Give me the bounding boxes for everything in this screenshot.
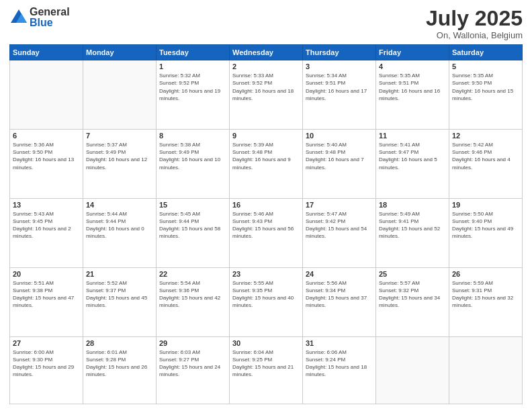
calendar-cell: 28Sunrise: 6:01 AM Sunset: 9:28 PM Dayli… bbox=[83, 336, 157, 404]
calendar-week-row: 6Sunrise: 5:36 AM Sunset: 9:50 PM Daylig… bbox=[10, 130, 523, 199]
calendar-cell: 7Sunrise: 5:37 AM Sunset: 9:49 PM Daylig… bbox=[83, 130, 157, 199]
calendar-cell: 27Sunrise: 6:00 AM Sunset: 9:30 PM Dayli… bbox=[10, 336, 83, 404]
day-info: Sunrise: 6:04 AM Sunset: 9:25 PM Dayligh… bbox=[232, 349, 300, 379]
day-info: Sunrise: 5:56 AM Sunset: 9:34 PM Dayligh… bbox=[306, 279, 373, 310]
day-number: 15 bbox=[159, 201, 226, 209]
day-number: 3 bbox=[306, 62, 373, 71]
calendar-cell: 4Sunrise: 5:35 AM Sunset: 9:51 PM Daylig… bbox=[376, 60, 449, 130]
day-info: Sunrise: 5:59 AM Sunset: 9:31 PM Dayligh… bbox=[452, 279, 519, 310]
calendar-cell: 30Sunrise: 6:04 AM Sunset: 9:25 PM Dayli… bbox=[230, 336, 303, 404]
day-info: Sunrise: 5:45 AM Sunset: 9:44 PM Dayligh… bbox=[159, 210, 226, 240]
day-number: 31 bbox=[306, 339, 373, 347]
day-info: Sunrise: 5:57 AM Sunset: 9:32 PM Dayligh… bbox=[379, 279, 446, 310]
day-info: Sunrise: 5:55 AM Sunset: 9:35 PM Dayligh… bbox=[232, 279, 300, 310]
logo-general: General bbox=[30, 7, 70, 17]
day-of-week-header: Friday bbox=[376, 45, 449, 60]
day-info: Sunrise: 5:54 AM Sunset: 9:36 PM Dayligh… bbox=[159, 279, 226, 310]
location: On, Wallonia, Belgium bbox=[426, 30, 523, 40]
day-number: 27 bbox=[13, 339, 80, 347]
calendar-cell bbox=[10, 60, 83, 130]
day-number: 28 bbox=[86, 339, 153, 347]
day-of-week-header: Wednesday bbox=[230, 45, 303, 60]
day-info: Sunrise: 5:46 AM Sunset: 9:43 PM Dayligh… bbox=[232, 210, 300, 240]
calendar-week-row: 20Sunrise: 5:51 AM Sunset: 9:38 PM Dayli… bbox=[10, 267, 523, 336]
title-block: July 2025 On, Wallonia, Belgium bbox=[426, 7, 523, 40]
calendar-cell: 5Sunrise: 5:35 AM Sunset: 9:50 PM Daylig… bbox=[449, 60, 523, 130]
day-number: 29 bbox=[159, 339, 226, 347]
day-of-week-header: Thursday bbox=[303, 45, 376, 60]
day-info: Sunrise: 5:50 AM Sunset: 9:40 PM Dayligh… bbox=[452, 210, 519, 240]
day-number: 30 bbox=[232, 339, 300, 347]
day-info: Sunrise: 5:44 AM Sunset: 9:44 PM Dayligh… bbox=[86, 210, 153, 240]
logo-icon bbox=[9, 8, 28, 27]
day-number: 11 bbox=[379, 132, 446, 140]
calendar-cell: 15Sunrise: 5:45 AM Sunset: 9:44 PM Dayli… bbox=[157, 198, 230, 267]
header: General Blue July 2025 On, Wallonia, Bel… bbox=[9, 7, 523, 40]
calendar-cell: 14Sunrise: 5:44 AM Sunset: 9:44 PM Dayli… bbox=[83, 198, 157, 267]
day-info: Sunrise: 5:47 AM Sunset: 9:42 PM Dayligh… bbox=[306, 210, 373, 240]
day-info: Sunrise: 5:41 AM Sunset: 9:47 PM Dayligh… bbox=[379, 141, 446, 171]
calendar-week-row: 13Sunrise: 5:43 AM Sunset: 9:45 PM Dayli… bbox=[10, 198, 523, 267]
day-of-week-header: Saturday bbox=[449, 45, 523, 60]
calendar-cell: 26Sunrise: 5:59 AM Sunset: 9:31 PM Dayli… bbox=[449, 267, 523, 336]
calendar-cell bbox=[83, 60, 157, 130]
calendar-cell: 11Sunrise: 5:41 AM Sunset: 9:47 PM Dayli… bbox=[376, 130, 449, 199]
day-number: 19 bbox=[452, 201, 519, 209]
day-number: 2 bbox=[232, 62, 300, 71]
day-info: Sunrise: 5:34 AM Sunset: 9:51 PM Dayligh… bbox=[306, 72, 373, 102]
calendar-cell: 6Sunrise: 5:36 AM Sunset: 9:50 PM Daylig… bbox=[10, 130, 83, 199]
day-info: Sunrise: 6:01 AM Sunset: 9:28 PM Dayligh… bbox=[86, 349, 153, 379]
calendar-body: 1Sunrise: 5:32 AM Sunset: 9:52 PM Daylig… bbox=[10, 60, 523, 404]
calendar-cell: 3Sunrise: 5:34 AM Sunset: 9:51 PM Daylig… bbox=[303, 60, 376, 130]
day-info: Sunrise: 6:03 AM Sunset: 9:27 PM Dayligh… bbox=[159, 349, 226, 379]
day-number: 14 bbox=[86, 201, 153, 209]
calendar-cell: 23Sunrise: 5:55 AM Sunset: 9:35 PM Dayli… bbox=[230, 267, 303, 336]
day-number: 16 bbox=[232, 201, 300, 209]
calendar-cell: 10Sunrise: 5:40 AM Sunset: 9:48 PM Dayli… bbox=[303, 130, 376, 199]
month-title: July 2025 bbox=[426, 7, 523, 30]
day-number: 1 bbox=[159, 62, 226, 71]
day-number: 18 bbox=[379, 201, 446, 209]
page: General Blue July 2025 On, Wallonia, Bel… bbox=[0, 0, 532, 411]
logo-blue: Blue bbox=[30, 17, 70, 28]
day-number: 8 bbox=[159, 132, 226, 140]
calendar-cell: 16Sunrise: 5:46 AM Sunset: 9:43 PM Dayli… bbox=[230, 198, 303, 267]
day-number: 12 bbox=[452, 132, 519, 140]
day-number: 26 bbox=[452, 270, 519, 278]
day-info: Sunrise: 5:33 AM Sunset: 9:52 PM Dayligh… bbox=[232, 72, 300, 102]
day-number: 9 bbox=[232, 132, 300, 140]
day-of-week-header: Monday bbox=[83, 45, 157, 60]
day-info: Sunrise: 6:00 AM Sunset: 9:30 PM Dayligh… bbox=[13, 349, 80, 379]
day-number: 21 bbox=[86, 270, 153, 278]
calendar-cell: 2Sunrise: 5:33 AM Sunset: 9:52 PM Daylig… bbox=[230, 60, 303, 130]
calendar-cell: 31Sunrise: 6:06 AM Sunset: 9:24 PM Dayli… bbox=[303, 336, 376, 404]
day-of-week-header: Tuesday bbox=[157, 45, 230, 60]
calendar-cell: 20Sunrise: 5:51 AM Sunset: 9:38 PM Dayli… bbox=[10, 267, 83, 336]
day-number: 20 bbox=[13, 270, 80, 278]
day-number: 24 bbox=[306, 270, 373, 278]
day-number: 13 bbox=[13, 201, 80, 209]
calendar-cell bbox=[376, 336, 449, 404]
day-number: 4 bbox=[379, 62, 446, 71]
calendar-cell: 24Sunrise: 5:56 AM Sunset: 9:34 PM Dayli… bbox=[303, 267, 376, 336]
calendar-cell: 21Sunrise: 5:52 AM Sunset: 9:37 PM Dayli… bbox=[83, 267, 157, 336]
calendar-cell: 17Sunrise: 5:47 AM Sunset: 9:42 PM Dayli… bbox=[303, 198, 376, 267]
day-info: Sunrise: 5:42 AM Sunset: 9:46 PM Dayligh… bbox=[452, 141, 519, 171]
day-number: 6 bbox=[13, 132, 80, 140]
day-number: 17 bbox=[306, 201, 373, 209]
day-info: Sunrise: 5:38 AM Sunset: 9:49 PM Dayligh… bbox=[159, 141, 226, 171]
day-of-week-header: Sunday bbox=[10, 45, 83, 60]
day-number: 25 bbox=[379, 270, 446, 278]
calendar-week-row: 1Sunrise: 5:32 AM Sunset: 9:52 PM Daylig… bbox=[10, 60, 523, 130]
logo-text: General Blue bbox=[30, 7, 70, 28]
day-info: Sunrise: 6:06 AM Sunset: 9:24 PM Dayligh… bbox=[306, 349, 373, 379]
day-info: Sunrise: 5:40 AM Sunset: 9:48 PM Dayligh… bbox=[306, 141, 373, 171]
day-number: 5 bbox=[452, 62, 519, 71]
day-number: 10 bbox=[306, 132, 373, 140]
day-info: Sunrise: 5:35 AM Sunset: 9:50 PM Dayligh… bbox=[452, 72, 519, 102]
calendar-cell: 22Sunrise: 5:54 AM Sunset: 9:36 PM Dayli… bbox=[157, 267, 230, 336]
calendar-cell: 8Sunrise: 5:38 AM Sunset: 9:49 PM Daylig… bbox=[157, 130, 230, 199]
day-info: Sunrise: 5:35 AM Sunset: 9:51 PM Dayligh… bbox=[379, 72, 446, 102]
calendar-cell: 9Sunrise: 5:39 AM Sunset: 9:48 PM Daylig… bbox=[230, 130, 303, 199]
day-number: 22 bbox=[159, 270, 226, 278]
